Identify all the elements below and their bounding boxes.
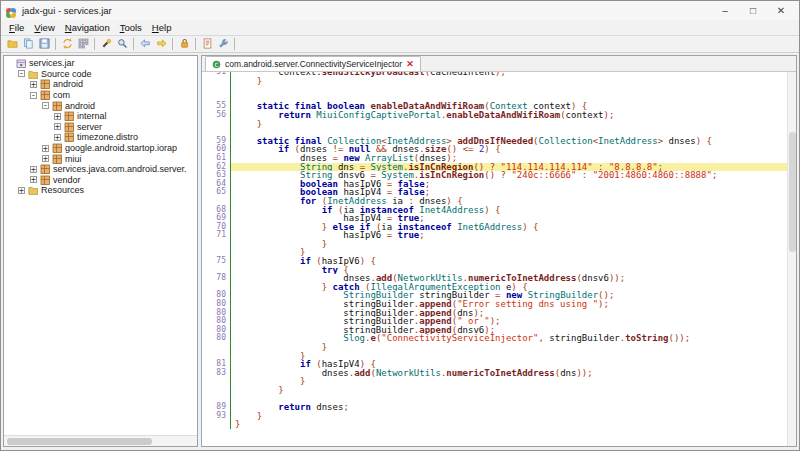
tree-item-label: services.jar [29,58,75,68]
menu-view[interactable]: View [29,21,59,34]
code-token: = [370,171,381,180]
tree-item-timezone-distro[interactable]: +timezone.distro [54,132,197,143]
tree-horizontal-scrollbar[interactable] [4,435,197,446]
line-number: 65 [202,188,230,197]
code-token: ); [484,326,495,335]
tree-item-label: google.android.startop.iorap [65,143,177,153]
flat-packages-button[interactable] [75,37,91,52]
tree-item-server[interactable]: +server [54,122,197,133]
tree-item-resources[interactable]: +Resources [18,185,197,196]
code-line: } [202,386,796,395]
code-line: 80StringBuilder stringBuilder = new Stri… [202,291,796,300]
add-files-button[interactable] [20,37,36,52]
expand-icon[interactable]: + [42,155,49,162]
tree-item-android[interactable]: -android [42,100,197,111]
code-line: } catch (IllegalArgumentException e) { [202,283,796,292]
code-token: IllegalArgumentException [370,283,500,292]
menu-help[interactable]: Help [147,21,177,34]
code-token: append [419,300,452,309]
collapse-icon[interactable]: - [18,70,25,77]
editor-vscroll-thumb[interactable] [789,132,796,252]
code-token: ArrayList [365,154,414,163]
code-line: 80stringBuilder.append(" or "); [202,317,796,326]
tab-close-icon[interactable]: ✕ [406,60,414,69]
code-token: stringBuilder [549,334,619,343]
code-token: () ? [473,163,500,172]
code-token: size [425,145,447,154]
editor-vertical-scrollbar[interactable] [787,72,796,446]
expand-icon[interactable]: + [30,166,37,173]
code-token: = [387,214,398,223]
tree-item-android[interactable]: +android [30,79,197,90]
maximize-button[interactable]: □ [739,2,767,20]
app-logo-icon [5,5,17,17]
tree-item-com[interactable]: -com [30,90,197,101]
line-number: 80 [202,334,230,343]
code-token: )); [609,274,625,283]
code-text: } [230,77,796,86]
preferences-button[interactable] [215,37,231,52]
collapse-icon[interactable]: - [42,102,49,109]
code-token: hasIpV6 [343,231,386,240]
code-token: : [408,197,419,206]
save-all-button[interactable] [36,37,52,52]
menu-tools[interactable]: Tools [115,21,147,34]
open-file-button[interactable] [4,37,20,52]
code-token: InetAddress [598,137,658,146]
expand-icon[interactable]: + [30,176,37,183]
back-button[interactable] [137,37,153,52]
code-token: , [538,334,549,343]
flashlight-icon [101,35,112,53]
expand-icon[interactable]: + [54,113,61,120]
code-token: dnses [316,403,343,412]
code-line: 70} else if (ia instanceof Inet6Address)… [202,223,796,232]
line-number: 83 [202,369,230,378]
package-icon [40,90,50,100]
package-icon [40,79,50,89]
tree-item-miui[interactable]: +miui [42,153,197,164]
tree-item-internal[interactable]: +internal [54,111,197,122]
code-token: numericToInetAddress [446,369,554,378]
deobfuscation-button[interactable] [176,37,192,52]
log-viewer-button[interactable] [199,37,215,52]
close-button[interactable]: ✕ [767,2,795,20]
expand-icon[interactable]: + [30,81,37,88]
code-token: dns [333,163,360,172]
forward-button[interactable] [153,37,169,52]
tree-item-services-java-com-android-server-[interactable]: +services.java.com.android.server. [30,164,197,175]
class-icon: C [212,60,221,69]
tree-item-source-code[interactable]: -Source code [18,69,197,80]
menu-file[interactable]: File [4,21,29,34]
collapse-icon[interactable]: - [30,92,37,99]
code-token: } [300,377,305,386]
line-number [202,120,230,129]
code-token: context [528,102,571,111]
text-search-button[interactable] [98,37,114,52]
code-editor[interactable]: 51context.sendStickyBroadcast(cachedInte… [202,72,796,446]
code-token: ) { [571,102,587,111]
tree-item-label: vendor [53,175,81,185]
tree-item-label: Resources [41,185,84,195]
code-line: 80stringBuilder.append(dns); [202,309,796,318]
code-token: true [398,231,420,240]
reload-button[interactable] [59,37,75,52]
code-token: NetworkUtils [398,274,463,283]
grid-icon [78,35,89,53]
expand-icon[interactable]: + [42,145,49,152]
minimize-button[interactable]: – [711,2,739,20]
tree-item-google-android-startop-iorap[interactable]: +google.android.startop.iorap [42,143,197,154]
tree-item-label: Source code [41,69,92,79]
expand-icon[interactable]: + [18,187,25,194]
toolbar-separator [133,38,134,50]
menu-navigation[interactable]: Navigation [60,21,115,34]
tab-connectivity-service-injector[interactable]: C com.android.server.ConnectivityService… [205,56,421,71]
code-token: isInCnRegion [419,171,484,180]
tree-item-services-jar[interactable]: services.jar [6,58,197,69]
code-token: e [501,283,512,292]
tab-label: com.android.server.ConnectivityServiceIn… [225,59,402,69]
tree-hscroll-thumb[interactable] [7,438,152,445]
class-search-button[interactable] [114,37,130,52]
expand-icon[interactable]: + [54,134,61,141]
tree-item-vendor[interactable]: +vendor [30,175,197,186]
expand-icon[interactable]: + [54,123,61,130]
